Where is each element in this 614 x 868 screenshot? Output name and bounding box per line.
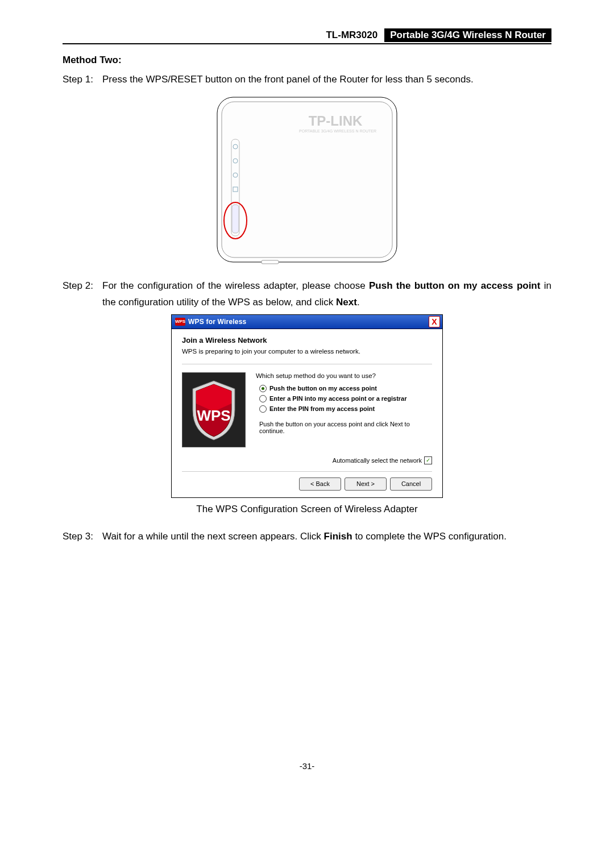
back-button[interactable]: < Back: [299, 477, 341, 491]
dialog-heading: Join a Wireless Network: [182, 336, 432, 344]
document-header: TL-MR3020 Portable 3G/4G Wireless N Rout…: [63, 28, 551, 44]
dialog-button-row: < Back Next > Cancel: [182, 471, 432, 491]
method-prompt: Which setup method do you want to use?: [256, 372, 432, 379]
step-3-label: Step 3:: [63, 529, 102, 545]
svg-rect-10: [262, 260, 279, 264]
option-1-label: Push the button on my access point: [269, 385, 377, 392]
figure-caption: The WPS Configuration Screen of Wireless…: [63, 504, 551, 515]
step-3-text: Wait for a while until the next screen a…: [102, 529, 551, 545]
auto-select-row[interactable]: Automatically select the network ✓: [182, 456, 432, 464]
method-selection-row: WPS Which setup method do you want to us…: [182, 372, 432, 447]
next-button[interactable]: Next >: [345, 477, 387, 491]
svg-text:PORTABLE 3G/4G WIRELESS N ROUT: PORTABLE 3G/4G WIRELESS N ROUTER: [299, 129, 376, 133]
page-number: -31-: [63, 761, 551, 771]
svg-text:WPS: WPS: [197, 407, 230, 424]
method-title: Method Two:: [63, 55, 551, 66]
step-1-text: Press the WPS/RESET button on the front …: [102, 72, 551, 88]
option-2-label: Enter a PIN into my access point or a re…: [269, 395, 406, 402]
wps-shield-icon: WPS: [182, 372, 246, 447]
radio-unselected-icon: [259, 405, 267, 413]
step-2-text: For the configuration of the wireless ad…: [102, 278, 551, 311]
option-push-button[interactable]: Push the button on my access point: [256, 385, 432, 392]
method-options: Which setup method do you want to use? P…: [256, 372, 432, 447]
svg-rect-8: [232, 205, 239, 233]
step-2: Step 2: For the configuration of the wir…: [63, 278, 551, 311]
wps-badge-icon: WPS: [175, 318, 185, 326]
svg-rect-1: [222, 102, 392, 258]
router-illustration: TP-LINK PORTABLE 3G/4G WIRELESS N ROUTER: [210, 93, 404, 269]
dialog-subtext: WPS is preparing to join your computer t…: [182, 348, 432, 355]
option-enter-pin-ap[interactable]: Enter the PIN from my access point: [256, 405, 432, 413]
close-button[interactable]: X: [429, 316, 440, 327]
radio-unselected-icon: [259, 395, 267, 402]
option-3-label: Enter the PIN from my access point: [269, 405, 375, 412]
router-brand-text: TP-LINK: [309, 113, 363, 128]
step-2-label: Step 2:: [63, 278, 102, 311]
step-3: Step 3: Wait for a while until the next …: [63, 529, 551, 545]
wps-dialog: WPS WPS for Wireless X Join a Wireless N…: [171, 314, 443, 498]
model-number: TL-MR3020: [323, 28, 384, 42]
cancel-button[interactable]: Cancel: [390, 477, 432, 491]
option-enter-pin-registrar[interactable]: Enter a PIN into my access point or a re…: [256, 395, 432, 402]
divider: [182, 364, 432, 364]
auto-select-label: Automatically select the network: [333, 457, 422, 464]
dialog-titlebar: WPS WPS for Wireless X: [172, 315, 442, 329]
radio-selected-icon: [259, 385, 267, 392]
option-hint: Push the button on your access point and…: [256, 421, 432, 434]
step-1: Step 1: Press the WPS/RESET button on th…: [63, 72, 551, 88]
step-1-label: Step 1:: [63, 72, 102, 88]
dialog-title: WPS for Wireless: [188, 318, 429, 326]
product-name: Portable 3G/4G Wireless N Router: [384, 28, 551, 42]
router-figure: TP-LINK PORTABLE 3G/4G WIRELESS N ROUTER: [63, 93, 551, 271]
checkbox-checked-icon[interactable]: ✓: [424, 456, 432, 464]
